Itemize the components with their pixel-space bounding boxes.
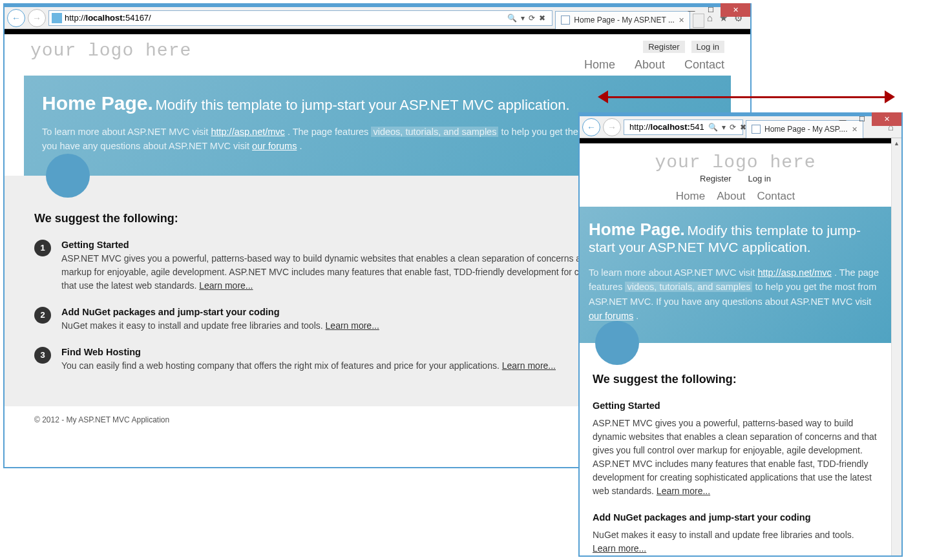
forward-button[interactable]: → <box>28 9 46 27</box>
header-right: Register Log in Home About Contact <box>676 172 795 203</box>
register-link[interactable]: Register <box>695 172 736 185</box>
item-body: NuGet makes it easy to install and updat… <box>61 319 379 333</box>
hero-highlight: videos, tutorials, and samples <box>371 127 498 137</box>
address-bar-icons: 🔍 ▾ ⟳ ✖ <box>704 123 750 132</box>
menu-contact[interactable]: Contact <box>684 58 724 72</box>
arrow-head-right-icon <box>885 90 895 103</box>
login-link[interactable]: Log in <box>691 41 724 53</box>
browser-tab[interactable]: Home Page - My ASP.NET ... ✕ <box>555 11 690 29</box>
url-prefix: http:// <box>65 13 86 23</box>
dropdown-icon[interactable]: ▾ <box>722 123 726 132</box>
learn-more-link[interactable]: Learn more... <box>657 486 710 496</box>
logo-placeholder: your logo here <box>30 41 191 61</box>
browser-window-small: — ☐ ✕ ← → http:// localhost: 541 🔍 ▾ ⟳ ✖… <box>578 112 903 557</box>
back-button[interactable]: ← <box>582 118 600 136</box>
hero-description: To learn more about ASP.NET MVC visit ht… <box>589 265 882 324</box>
site-header: your logo here Register Log in Home Abou… <box>5 34 750 76</box>
search-icon[interactable]: 🔍 <box>708 123 718 132</box>
item-title: Add NuGet packages and jump-start your c… <box>61 307 379 317</box>
maximize-button[interactable]: ☐ <box>701 3 721 17</box>
tab-title: Home Page - My ASP.... <box>764 125 848 134</box>
refresh-icon[interactable]: ⟳ <box>730 123 736 132</box>
learn-more-link[interactable]: Learn more... <box>199 280 253 291</box>
menu-home[interactable]: Home <box>584 58 615 72</box>
item-body: You can easily find a web hosting compan… <box>61 359 556 373</box>
account-links: Register Log in <box>695 172 776 185</box>
item-title: Getting Started <box>593 400 878 411</box>
menu-contact[interactable]: Contact <box>757 190 795 203</box>
back-button[interactable]: ← <box>7 9 25 27</box>
list-item: Add NuGet packages and jump-start your c… <box>593 512 878 555</box>
item-text: You can easily find a web hosting compan… <box>61 360 502 371</box>
stop-icon[interactable]: ✖ <box>539 14 545 23</box>
scrollbar[interactable]: ▲ <box>891 138 901 555</box>
hero-text: . <box>636 311 638 321</box>
menu-home[interactable]: Home <box>676 190 705 203</box>
hero-banner: Home Page. Modify this template to jump-… <box>580 207 891 343</box>
decorative-circle <box>595 321 639 365</box>
page-content: your logo here Register Log in Home Abou… <box>580 143 891 555</box>
hero-text: To learn more about ASP.NET MVC visit <box>42 127 211 137</box>
tab-close-icon[interactable]: ✕ <box>852 125 858 134</box>
url-port: 541 <box>690 122 704 132</box>
login-link[interactable]: Log in <box>742 172 775 185</box>
hero-text: . The page features <box>288 127 372 137</box>
hero-title: Home Page. <box>589 220 685 239</box>
url-host: localhost: <box>651 122 690 132</box>
address-bar[interactable]: http:// localhost: 54167/ 🔍 ▾ ⟳ ✖ <box>48 10 553 26</box>
item-title: Find Web Hosting <box>61 347 556 357</box>
hero-tagline: Modify this template to jump-start your … <box>156 97 570 113</box>
site-header: your logo here Register Log in Home Abou… <box>580 143 891 207</box>
learn-more-link[interactable]: Learn more... <box>326 320 379 331</box>
favicon-icon <box>752 125 761 134</box>
forums-link[interactable]: our forums <box>252 141 297 151</box>
window-controls: — ☐ ✕ <box>833 112 901 126</box>
scroll-up-icon[interactable]: ▲ <box>892 138 901 149</box>
refresh-icon[interactable]: ⟳ <box>529 14 535 23</box>
asp-net-link[interactable]: http://asp.net/mvc <box>757 267 831 278</box>
close-button[interactable]: ✕ <box>872 112 901 126</box>
ie-icon <box>52 13 62 23</box>
address-bar-icons: 🔍 ▾ ⟳ ✖ <box>503 14 549 23</box>
url-prefix: http:// <box>629 122 651 132</box>
item-body: ASP.NET MVC gives you a powerful, patter… <box>593 417 878 498</box>
asp-net-link[interactable]: http://asp.net/mvc <box>211 127 284 137</box>
black-strip <box>580 138 901 143</box>
logo-placeholder: your logo here <box>655 152 816 172</box>
bullet-3: 3 <box>34 347 51 364</box>
list-item: Getting Started ASP.NET MVC gives you a … <box>593 400 878 498</box>
menu-about[interactable]: About <box>717 190 745 203</box>
favicon-icon <box>561 16 570 25</box>
url-port: 54167/ <box>125 13 151 23</box>
item-title: Add NuGet packages and jump-start your c… <box>593 512 878 523</box>
item-text: NuGet makes it easy to install and updat… <box>61 320 326 331</box>
register-link[interactable]: Register <box>643 41 684 53</box>
search-icon[interactable]: 🔍 <box>507 14 517 23</box>
tab-close-icon[interactable]: ✕ <box>679 16 684 25</box>
item-text: NuGet makes it easy to install and updat… <box>593 530 854 540</box>
bullet-1: 1 <box>34 240 51 256</box>
tab-title: Home Page - My ASP.NET ... <box>574 16 675 25</box>
close-button[interactable]: ✕ <box>721 3 750 17</box>
forums-link[interactable]: our forums <box>589 311 633 321</box>
minimize-button[interactable]: — <box>833 112 852 126</box>
suggestions-heading: We suggest the following: <box>593 373 878 386</box>
learn-more-link[interactable]: Learn more... <box>502 360 556 371</box>
dropdown-icon[interactable]: ▾ <box>521 14 525 23</box>
hero-highlight: videos, tutorials, and samples <box>625 282 752 292</box>
account-links: Register Log in <box>643 41 724 53</box>
decorative-circle <box>46 154 90 198</box>
forward-button[interactable]: → <box>603 118 621 136</box>
hero-text: To learn more about ASP.NET MVC visit <box>589 267 757 278</box>
suggestions-section: We suggest the following: Getting Starte… <box>580 343 891 555</box>
address-bar[interactable]: http:// localhost: 541 🔍 ▾ ⟳ ✖ <box>624 119 743 135</box>
learn-more-link[interactable]: Learn more... <box>593 543 646 554</box>
main-menu: Home About Contact <box>584 58 724 72</box>
maximize-button[interactable]: ☐ <box>852 112 872 126</box>
page-viewport: your logo here Register Log in Home Abou… <box>580 138 901 555</box>
black-strip <box>5 29 750 34</box>
item-text: ASP.NET MVC gives you a powerful, patter… <box>593 418 877 496</box>
minimize-button[interactable]: — <box>682 3 701 17</box>
menu-about[interactable]: About <box>635 58 665 72</box>
window-controls: — ☐ ✕ <box>682 3 750 17</box>
